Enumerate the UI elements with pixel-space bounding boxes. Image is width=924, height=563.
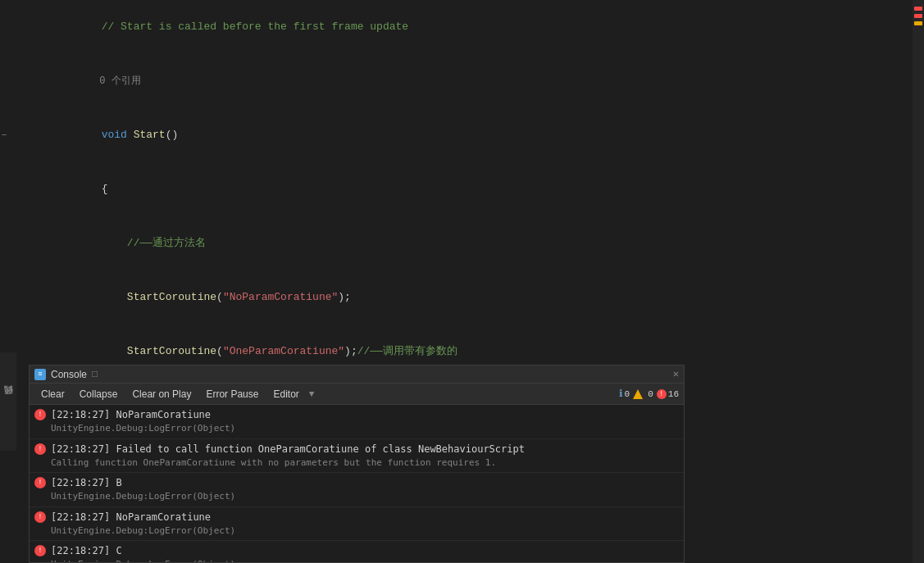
paren: () <box>166 129 179 141</box>
collapse-gutter <box>0 72 8 90</box>
entry-error-icon: ! <box>34 443 46 455</box>
code-text: ); <box>338 291 351 303</box>
entry-message: [22:18:27] C <box>51 543 235 558</box>
console-entry[interactable]: ! [22:18:27] NoParamCoratiune UnityEngin… <box>30 405 684 439</box>
comment-cn: //——调用带有参数的 <box>357 345 457 357</box>
console-title: Console <box>51 369 87 380</box>
code-line: 0 个引用 <box>0 54 924 108</box>
editor-area: // Start is called before the first fram… <box>0 0 924 365</box>
entry-sub: UnityEngine.Debug:LogError(Object) <box>51 490 235 504</box>
console-icon: ≡ <box>34 369 46 380</box>
code-text <box>75 345 126 357</box>
info-count: 0 <box>625 389 630 399</box>
code-text <box>75 291 126 303</box>
error-count: 16 <box>668 389 679 399</box>
right-panel-markers <box>913 0 924 25</box>
code-text: ); <box>344 345 357 357</box>
sidebar-source-code: 源代码 <box>0 352 16 451</box>
entry-text: [22:18:27] NoParamCoratiune UnityEngine.… <box>51 407 235 436</box>
info-icon: ℹ <box>619 388 623 400</box>
line-content: void Start() <box>21 108 924 162</box>
entry-message: [22:18:27] B <box>51 475 235 490</box>
entry-error-icon: ! <box>34 545 46 556</box>
console-panel: ≡ Console □ ✕ Clear Collapse Clear on Pl… <box>29 365 685 563</box>
clear-button[interactable]: Clear <box>34 387 71 402</box>
code-line: StartCoroutine("OneParamCoratiune");//——… <box>0 325 924 365</box>
right-error-marker <box>914 7 922 11</box>
warn-icon <box>633 389 643 399</box>
error-badge: ! 16 <box>657 389 679 399</box>
console-minimize-btn[interactable]: □ <box>92 369 98 380</box>
method-call: StartCoroutine <box>127 291 216 303</box>
entry-error-icon: ! <box>34 409 46 420</box>
info-badge: ℹ 0 <box>619 388 630 400</box>
string-val: "NoParamCoratiune" <box>223 291 338 303</box>
method-name: Start <box>134 129 166 141</box>
line-content: StartCoroutine("OneParamCoratiune");//——… <box>21 325 924 365</box>
comment-cn: //——通过方法名 <box>75 237 206 249</box>
collapse-gutter <box>0 288 8 306</box>
line-content: { <box>21 162 924 216</box>
warn-badge: 0 <box>633 389 653 399</box>
right-panel <box>913 0 924 563</box>
entry-text: [22:18:27] C UnityEngine.Debug:LogError(… <box>51 543 235 562</box>
entry-sub: UnityEngine.Debug:LogError(Object) <box>51 558 235 562</box>
line-content: StartCoroutine("NoParamCoratiune"); <box>21 270 924 325</box>
console-close-btn[interactable]: ✕ <box>673 368 679 380</box>
collapse-button[interactable]: Collapse <box>73 387 125 402</box>
code-line: //——通过方法名 <box>0 216 924 270</box>
code-line: // Start is called before the first fram… <box>0 0 924 54</box>
editor-button[interactable]: Editor <box>266 387 305 402</box>
collapse-gutter <box>0 18 8 36</box>
right-warn-marker <box>914 21 922 25</box>
entry-error-icon: ! <box>34 511 46 523</box>
keyword-void: void <box>75 129 133 141</box>
collapse-gutter <box>0 234 8 252</box>
line-content: 0 个引用 <box>21 54 924 108</box>
console-content[interactable]: ! [22:18:27] NoParamCoratiune UnityEngin… <box>30 405 684 562</box>
entry-message: [22:18:27] Failed to call function OnePa… <box>51 442 525 456</box>
console-entry[interactable]: ! [22:18:27] C UnityEngine.Debug:LogErro… <box>30 541 684 562</box>
ref-count: 0 个引用 <box>75 75 140 87</box>
entry-message: [22:18:27] NoParamCoratiune <box>51 510 235 524</box>
error-pause-button[interactable]: Error Pause <box>199 387 265 402</box>
right-error-marker <box>914 14 922 18</box>
code-container: // Start is called before the first fram… <box>0 0 924 365</box>
entry-text: [22:18:27] Failed to call function OnePa… <box>51 442 525 470</box>
console-entry[interactable]: ! [22:18:27] B UnityEngine.Debug:LogErro… <box>30 473 684 507</box>
code-line: − void Start() <box>0 108 924 162</box>
comment: // Start is called before the first fram… <box>75 20 408 33</box>
console-toolbar: Clear Collapse Clear on Play Error Pause… <box>30 384 684 405</box>
entry-error-icon: ! <box>34 477 46 488</box>
line-content: //——通过方法名 <box>21 216 924 270</box>
brace: { <box>75 183 107 195</box>
code-line: { <box>0 162 924 216</box>
console-entry[interactable]: ! [22:18:27] Failed to call function One… <box>30 439 684 474</box>
clear-on-play-button[interactable]: Clear on Play <box>125 387 198 402</box>
entry-message: [22:18:27] NoParamCoratiune <box>51 407 235 422</box>
entry-sub: UnityEngine.Debug:LogError(Object) <box>51 524 235 538</box>
string-val: "OneParamCoratiune" <box>223 345 344 357</box>
code-line: StartCoroutine("NoParamCoratiune"); <box>0 270 924 325</box>
entry-sub: UnityEngine.Debug:LogError(Object) <box>51 422 235 436</box>
warn-count: 0 <box>648 389 653 399</box>
console-titlebar: ≡ Console □ ✕ <box>30 365 684 384</box>
console-entry[interactable]: ! [22:18:27] NoParamCoratiune UnityEngin… <box>30 507 684 542</box>
collapse-gutter <box>0 180 8 198</box>
paren: ( <box>216 345 223 357</box>
entry-sub: Calling function OneParamCoratiune with … <box>51 456 525 470</box>
paren: ( <box>216 291 223 303</box>
entry-text: [22:18:27] NoParamCoratiune UnityEngine.… <box>51 510 235 538</box>
error-icon: ! <box>657 389 667 399</box>
collapse-btn[interactable]: − <box>0 126 8 144</box>
method-call: StartCoroutine <box>127 345 216 357</box>
line-content: // Start is called before the first fram… <box>21 0 924 54</box>
console-badges: ℹ 0 0 ! 16 <box>619 388 679 400</box>
entry-text: [22:18:27] B UnityEngine.Debug:LogError(… <box>51 475 235 504</box>
